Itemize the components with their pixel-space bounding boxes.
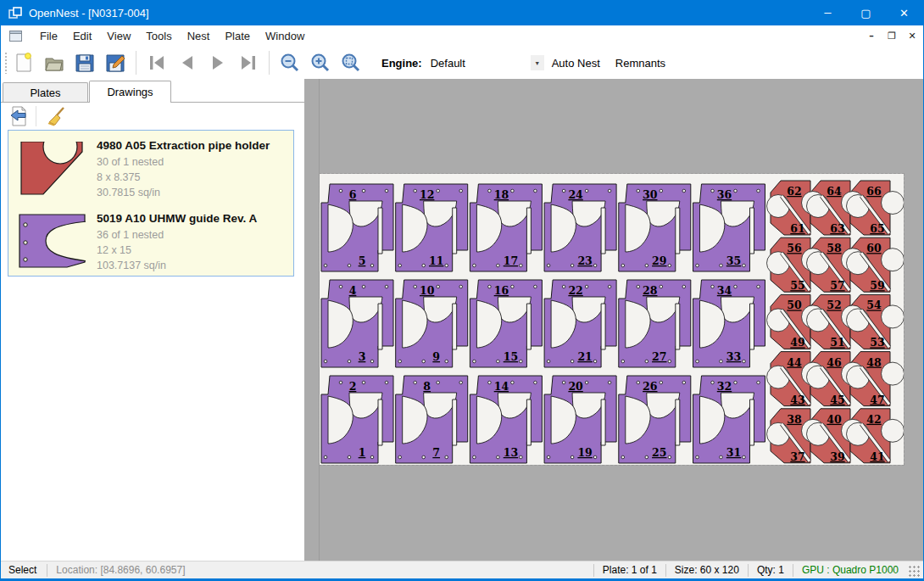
- document-icon: [9, 31, 22, 42]
- resize-grip[interactable]: [909, 566, 921, 578]
- location-status: Location: [84.8696, 60.6957]: [47, 564, 193, 576]
- nest-canvas[interactable]: 6512111817242330293635431091615222128273…: [304, 79, 924, 561]
- part-number: 19: [577, 446, 592, 459]
- broom-icon: [46, 105, 68, 127]
- drawing-item-1[interactable]: 5019 A10 UHMW guide Rev. A36 of 1 nested…: [8, 204, 293, 277]
- engine-combobox[interactable]: Default ▼: [427, 53, 544, 72]
- part-number: 36: [717, 188, 732, 201]
- zoom-fit-icon: [340, 52, 362, 74]
- last-arrow-icon: [238, 53, 259, 73]
- drawing-size: 12 x 15: [97, 243, 293, 258]
- part-number: 39: [830, 450, 844, 463]
- part-number: 5: [359, 254, 366, 267]
- drawing-thumbnail: [8, 208, 97, 277]
- part-number: 20: [568, 380, 583, 393]
- part-number: 46: [827, 356, 842, 369]
- drawing-thumbnail: [8, 135, 97, 204]
- part-number: 63: [830, 222, 844, 235]
- save-icon: [74, 52, 96, 74]
- uhmw-guide-thumbnail: [18, 213, 87, 269]
- drawing-title: 5019 A10 UHMW guide Rev. A: [97, 212, 293, 225]
- part-number: 21: [577, 350, 592, 363]
- part-number: 29: [652, 254, 666, 267]
- menu-bar: FileEditViewToolsNestPlateWindow – ❐ ✕: [1, 25, 923, 47]
- part-number: 27: [652, 350, 666, 363]
- part-number: 40: [827, 413, 842, 426]
- plate-status: Plate: 1 of 1: [594, 564, 665, 576]
- toolbar-separator: [269, 51, 270, 75]
- part-number: 49: [790, 336, 804, 349]
- part-number: 7: [432, 446, 440, 459]
- drawing-size: 8 x 8.375: [97, 170, 293, 185]
- previous-arrow-icon: [177, 53, 198, 73]
- maximize-button[interactable]: ▢: [847, 0, 885, 25]
- title-bar: OpenNest - [N0317-004] ─ ▢ ✕: [1, 0, 923, 25]
- chevron-down-icon[interactable]: ▼: [531, 55, 544, 70]
- part-number: 31: [726, 446, 741, 459]
- new-file-button[interactable]: [8, 49, 39, 76]
- new-file-icon: [13, 52, 35, 74]
- clear-drawings-button[interactable]: [42, 104, 71, 128]
- part-number: 12: [420, 188, 434, 201]
- part-number: 62: [787, 185, 801, 198]
- first-arrow-icon: [147, 53, 167, 73]
- plate-sheet[interactable]: 6512111817242330293635431091615222128273…: [320, 174, 904, 465]
- zoom-out-icon: [279, 52, 301, 74]
- part-number: 28: [643, 284, 658, 297]
- part-number: 52: [827, 299, 841, 311]
- tab-plates[interactable]: Plates: [3, 82, 88, 102]
- part-number: 60: [866, 242, 882, 254]
- menu-window[interactable]: Window: [258, 26, 312, 46]
- part-number: 18: [494, 188, 509, 201]
- part-number: 53: [870, 336, 884, 349]
- remnants-button[interactable]: Remnants: [608, 52, 673, 75]
- part-number: 33: [726, 350, 741, 363]
- menu-tools[interactable]: Tools: [138, 26, 179, 46]
- drawing-area: 30.7815 sq/in: [97, 185, 293, 200]
- menu-nest[interactable]: Nest: [180, 26, 218, 46]
- drawing-title: 4980 A05 Extraction pipe holder: [97, 139, 293, 152]
- zoom-out-button[interactable]: [275, 49, 305, 76]
- first-plate-button[interactable]: [142, 49, 172, 76]
- window-title: OpenNest - [N0317-004]: [29, 7, 149, 20]
- zoom-in-button[interactable]: [305, 49, 336, 76]
- import-drawing-button[interactable]: [4, 104, 33, 128]
- part-number: 14: [494, 380, 509, 393]
- drawing-item-0[interactable]: 4980 A05 Extraction pipe holder30 of 1 n…: [8, 131, 293, 204]
- part-number: 54: [866, 299, 882, 311]
- gpu-status: GPU : Quadro P1000: [793, 564, 907, 576]
- close-button[interactable]: ✕: [885, 0, 923, 25]
- menu-file[interactable]: File: [32, 26, 65, 46]
- minimize-button[interactable]: ─: [809, 0, 847, 25]
- engine-value: Default: [427, 57, 465, 70]
- auto-nest-button[interactable]: Auto Nest: [544, 52, 608, 75]
- part-number: 55: [790, 279, 804, 292]
- mdi-restore-button[interactable]: ❐: [886, 31, 898, 42]
- part-number: 32: [717, 380, 732, 393]
- part-number: 42: [866, 413, 881, 426]
- mdi-minimize-button[interactable]: –: [866, 31, 877, 42]
- toolbar-separator: [136, 51, 136, 75]
- part-number: 16: [494, 284, 509, 297]
- part-number: 13: [504, 446, 518, 459]
- save-button[interactable]: [70, 49, 100, 76]
- tab-drawings[interactable]: Drawings: [89, 81, 171, 103]
- part-number: 22: [568, 284, 582, 297]
- drawing-nested-count: 30 of 1 nested: [97, 154, 293, 170]
- part-number: 10: [420, 284, 435, 297]
- menu-plate[interactable]: Plate: [217, 26, 258, 46]
- menu-view[interactable]: View: [99, 26, 138, 46]
- part-number: 51: [830, 336, 844, 349]
- open-button[interactable]: [39, 49, 70, 76]
- save-as-button[interactable]: [100, 49, 131, 76]
- save-as-icon: [104, 52, 126, 74]
- last-plate-button[interactable]: [233, 49, 264, 76]
- next-plate-button[interactable]: [203, 49, 233, 76]
- menu-edit[interactable]: Edit: [65, 26, 99, 46]
- previous-plate-button[interactable]: [172, 49, 203, 76]
- part-number: 35: [726, 254, 741, 267]
- mdi-close-button[interactable]: ✕: [906, 31, 918, 42]
- zoom-fit-button[interactable]: [336, 49, 366, 76]
- part-number: 48: [866, 356, 882, 369]
- part-number: 44: [787, 356, 802, 369]
